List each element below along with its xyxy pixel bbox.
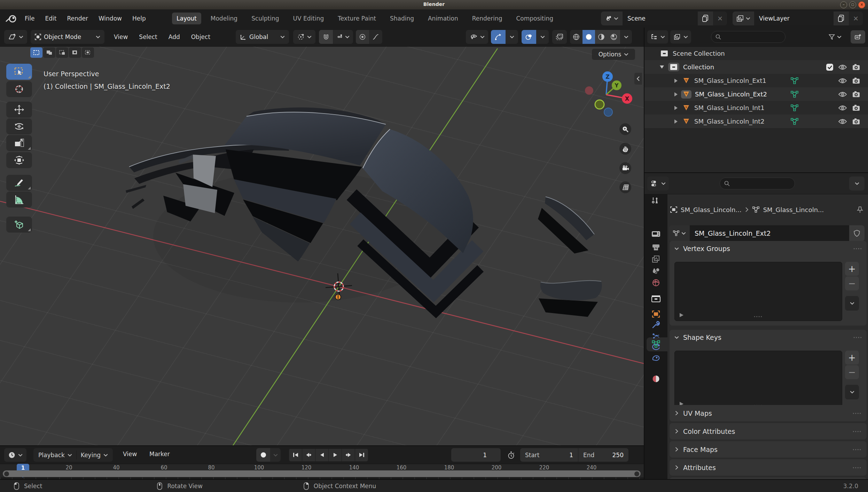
auto-keying-dropdown[interactable]: [270, 448, 281, 462]
workspace-tab-texture-paint[interactable]: Texture Paint: [333, 13, 381, 24]
workspace-tab-compositing[interactable]: Compositing: [511, 13, 558, 24]
viewlayer-remove-button[interactable]: ✕: [849, 11, 863, 25]
tab-object[interactable]: [649, 309, 663, 319]
viewport-menu-view[interactable]: View: [111, 33, 131, 40]
list-resize-grip[interactable]: [753, 315, 762, 318]
new-collection-button[interactable]: [851, 30, 865, 44]
scene-type-dropdown[interactable]: [601, 11, 623, 25]
tool-rotate[interactable]: [6, 118, 32, 134]
menu-window[interactable]: Window: [95, 15, 125, 22]
navigation-gizmo[interactable]: Z Y X: [571, 59, 641, 128]
proportional-falloff-dropdown[interactable]: [369, 30, 382, 44]
timeline-editor-dropdown[interactable]: [4, 448, 26, 462]
select-mode-invert[interactable]: [69, 47, 81, 58]
outliner-row-object-active[interactable]: SM_Glass_Lincoln_Ext2: [644, 87, 868, 101]
jump-to-end-button[interactable]: [355, 449, 368, 461]
shading-wireframe-button[interactable]: [570, 30, 582, 44]
proportional-editing-toggle[interactable]: [356, 30, 369, 44]
properties-search-input[interactable]: [720, 178, 795, 189]
scene-name-field[interactable]: Scene: [623, 11, 698, 25]
hide-eye-icon[interactable]: [838, 64, 847, 70]
maximize-button[interactable]: ▢: [849, 1, 856, 8]
disable-render-camera-icon[interactable]: [852, 118, 860, 125]
tab-modifiers[interactable]: [649, 320, 663, 330]
close-button[interactable]: x: [858, 1, 865, 8]
face-maps-panel-collapsed[interactable]: Face Maps: [670, 441, 867, 458]
uv-maps-panel-collapsed[interactable]: UV Maps: [670, 405, 867, 421]
tool-move[interactable]: [6, 102, 32, 118]
scrollbar-knob-left[interactable]: [4, 471, 9, 476]
disable-render-camera-icon[interactable]: [852, 104, 860, 111]
tool-transform[interactable]: [6, 152, 32, 168]
outliner-row-object[interactable]: SM_Glass_Lincoln_Int2: [644, 115, 868, 128]
hide-eye-icon[interactable]: [838, 78, 847, 84]
shading-rendered-button[interactable]: [608, 30, 620, 44]
workspace-tab-rendering[interactable]: Rendering: [468, 13, 507, 24]
current-frame-field[interactable]: 1: [451, 448, 501, 462]
outliner-editor-dropdown[interactable]: [647, 30, 668, 44]
editor-type-dropdown[interactable]: [4, 30, 27, 44]
tool-select-box[interactable]: [6, 64, 32, 80]
viewport-3d[interactable]: Object Mode View Select Add Object Globa…: [0, 28, 644, 446]
visibility-dropdown[interactable]: [466, 30, 488, 44]
tab-object-data-active[interactable]: [649, 339, 663, 349]
outliner-row-collection[interactable]: Collection: [644, 60, 868, 74]
shape-key-specials-dropdown[interactable]: [845, 385, 859, 399]
frame-start-field[interactable]: Start 1: [520, 448, 578, 462]
blender-logo-icon[interactable]: [6, 14, 17, 23]
prev-keyframe-button[interactable]: [302, 449, 315, 461]
auto-keying-toggle[interactable]: [256, 448, 270, 462]
tool-add-cube[interactable]: [6, 217, 32, 233]
menu-edit[interactable]: Edit: [42, 15, 60, 22]
frame-end-field[interactable]: End 250: [578, 448, 628, 462]
breadcrumb-object-label[interactable]: SM_Glass_Lincoln...: [681, 206, 742, 213]
disclosure-closed-icon[interactable]: [674, 106, 678, 110]
breadcrumb-data-label[interactable]: SM_Glass_Lincoln...: [763, 206, 824, 213]
properties-options-dropdown[interactable]: [849, 177, 865, 190]
disclosure-closed-icon[interactable]: [674, 92, 678, 96]
select-mode-extend[interactable]: [43, 47, 55, 58]
shape-keys-title[interactable]: Shape Keys: [683, 334, 721, 341]
tab-scene[interactable]: [649, 266, 663, 276]
tab-render[interactable]: [649, 229, 663, 239]
datablock-name-field[interactable]: SM_Glass_Lincoln_Ext2: [690, 225, 849, 241]
panel-grip[interactable]: [852, 466, 861, 469]
workspace-tab-layout[interactable]: Layout: [172, 13, 201, 24]
snap-toggle[interactable]: [319, 30, 333, 44]
viewlayer-name-field[interactable]: ViewLayer: [754, 11, 834, 25]
tab-constraints[interactable]: [649, 353, 663, 363]
disclosure-closed-icon[interactable]: [674, 119, 678, 124]
timeline-view-menu[interactable]: View: [120, 451, 140, 458]
sidebar-toggle[interactable]: [634, 73, 642, 85]
tool-annotate[interactable]: [6, 175, 32, 191]
hide-eye-icon[interactable]: [838, 92, 847, 97]
viewlayer-copy-button[interactable]: [834, 11, 849, 25]
scene-unlink-button[interactable]: ✕: [713, 11, 727, 25]
datablock-type-dropdown[interactable]: [669, 225, 690, 241]
viewport-menu-object[interactable]: Object: [188, 33, 213, 40]
properties-editor-dropdown[interactable]: [647, 177, 669, 190]
shape-keys-list[interactable]: [674, 351, 842, 410]
overlays-dropdown[interactable]: [536, 30, 549, 44]
minimize-button[interactable]: –: [840, 1, 847, 8]
disable-render-camera-icon[interactable]: [852, 91, 860, 98]
select-mode-subtract[interactable]: [56, 47, 68, 58]
viewlayer-type-dropdown[interactable]: [733, 11, 754, 25]
tool-cursor[interactable]: [6, 81, 32, 97]
panel-grip[interactable]: [853, 336, 862, 339]
disable-render-camera-icon[interactable]: [852, 64, 860, 71]
show-gizmo-toggle[interactable]: [491, 30, 506, 44]
tool-scale[interactable]: [6, 135, 32, 151]
tab-world[interactable]: [649, 278, 663, 288]
timeline-marker-menu[interactable]: Marker: [146, 451, 173, 458]
tab-view-layer[interactable]: [649, 254, 663, 264]
zoom-view-button[interactable]: [619, 123, 631, 135]
fake-user-shield-button[interactable]: [849, 225, 865, 241]
timeline-scrollbar[interactable]: [3, 470, 641, 477]
workspace-tab-shading[interactable]: Shading: [385, 13, 419, 24]
tab-material[interactable]: [649, 374, 663, 384]
outliner-row-object[interactable]: SM_Glass_Lincoln_Ext1: [644, 74, 868, 87]
workspace-tab-uv-editing[interactable]: UV Editing: [289, 13, 329, 24]
disable-render-camera-icon[interactable]: [852, 77, 860, 84]
hide-eye-icon[interactable]: [838, 119, 847, 124]
